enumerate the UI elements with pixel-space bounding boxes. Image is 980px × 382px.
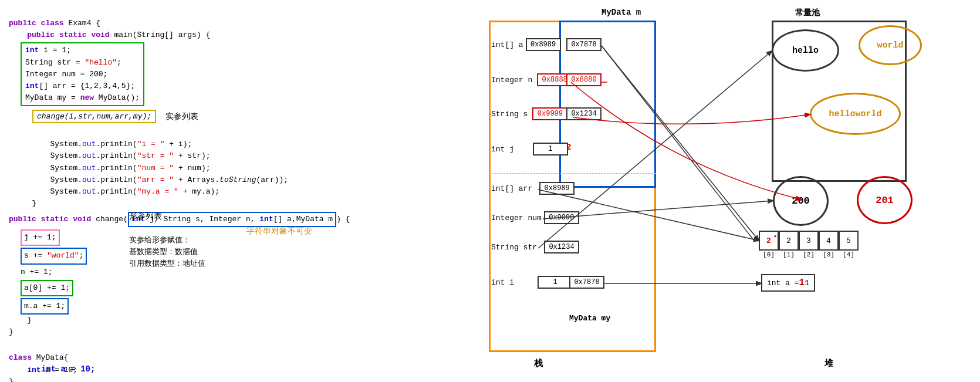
idx-2: [2] xyxy=(799,251,819,258)
array-indices: [0] [1] [2] [3] [4] xyxy=(759,251,859,258)
label-j: int j xyxy=(491,145,514,154)
cell-0: 2 ★ xyxy=(759,231,779,251)
arr-increment-box: a[0] += 1; xyxy=(21,280,73,296)
mydata-class: class MyData{ int a = 10; } xyxy=(9,340,472,382)
ellipse-world: world xyxy=(859,25,922,65)
int-a-box: int a =11 xyxy=(761,274,815,292)
frame-divider xyxy=(489,173,656,174)
heap-label-bottom: 堆 xyxy=(824,358,833,369)
val-j-2: 2 xyxy=(566,143,571,152)
addr-my: 0x7878 xyxy=(569,276,604,289)
cell-3: 4 xyxy=(819,231,839,251)
primitive-rule-label: 基数据类型：数据值 xyxy=(129,246,198,257)
ellipse-201: 201 xyxy=(857,176,913,224)
stack-row-num: Integer num 0x9090 xyxy=(491,211,579,224)
string-immutable-label: 字符串对象不可变 xyxy=(246,226,312,236)
stack-row-str: String str 0x1234 xyxy=(491,241,579,253)
stack-row-arr: int[] arr 0x8989 xyxy=(491,182,575,195)
addr-a-2-box: 0x7878 xyxy=(566,38,601,51)
cell-1: 2 xyxy=(779,231,799,251)
label-s: String s xyxy=(491,110,528,119)
addr-num: 0x9090 xyxy=(544,211,579,224)
idx-0: [0] xyxy=(759,251,779,258)
idx-3: [3] xyxy=(819,251,839,258)
bottom-int-label: int a = 10; xyxy=(41,364,95,374)
ellipse-200: 200 xyxy=(773,176,829,226)
addr-a-2: 0x7878 xyxy=(566,38,601,51)
val-j-1: 1 xyxy=(533,143,568,155)
label-n: Integer n xyxy=(491,76,532,84)
n-increment: n += 1; xyxy=(21,266,53,278)
m-increment-box: m.a += 1; xyxy=(21,298,69,315)
label-i: int i xyxy=(491,278,514,287)
change-close: } } xyxy=(9,315,472,338)
val-j-2-box: 2 xyxy=(566,143,571,152)
method-call-text: change(i,str,num,arr,my); xyxy=(37,112,151,121)
addr-n-2-box: 0x8880 xyxy=(566,73,601,86)
cell-2: 3 xyxy=(799,231,819,251)
stack-label-bottom: 栈 xyxy=(534,358,543,369)
int-a-label: int a =11 xyxy=(767,279,809,288)
addr-my-box: 0x7878 xyxy=(569,276,604,289)
method-call-box: change(i,str,num,arr,my); xyxy=(32,110,156,123)
addr-s-2: 0x1234 xyxy=(566,107,601,120)
stack-row-j: int j 1 xyxy=(491,143,568,155)
init-code: int i = 1; String str = "hello"; Integer… xyxy=(25,45,140,104)
stack-row-s: String s 0x9999 xyxy=(491,107,567,120)
right-panel: MyData m 常量池 int[] a 0x8989 0x7878 Integ… xyxy=(481,0,980,382)
change-sig: public static void change(int j, String … xyxy=(9,215,350,224)
code-block: public class Exam4 { public static void … xyxy=(9,6,472,41)
label-arr: int[] arr xyxy=(491,184,532,193)
label-str: String str xyxy=(491,243,537,252)
j-increment-box: j += 1; xyxy=(21,229,60,246)
ellipse-helloworld: helloworld xyxy=(810,93,901,135)
mydata-m-label: MyData m xyxy=(601,8,641,17)
formal-params-label: 形参列表 xyxy=(129,211,162,222)
label-num: Integer num xyxy=(491,214,542,222)
constant-pool-label: 常量池 xyxy=(795,8,820,18)
left-panel: public class Exam4 { public static void … xyxy=(0,0,481,382)
addr-a-1: 0x8989 xyxy=(526,38,561,51)
array-container: 2 ★ 2 3 4 5 [0] [1] [2] [3] [4] xyxy=(759,231,859,258)
addr-n-2: 0x8880 xyxy=(566,73,601,86)
ellipse-hello: hello xyxy=(772,29,839,72)
stack-row-n: Integer n 0x8888 xyxy=(491,73,572,86)
memory-diagram: MyData m 常量池 int[] a 0x8989 0x7878 Integ… xyxy=(484,3,977,379)
line-main-decl: public static void main(String[] args) { xyxy=(9,31,210,39)
stack-row-a: int[] a 0x8989 xyxy=(491,38,561,51)
idx-1: [1] xyxy=(779,251,799,258)
val-i: 1 xyxy=(538,276,573,289)
label-a: int[] a xyxy=(491,40,523,49)
mydata-my-label: MyData my xyxy=(569,314,610,323)
assign-rule-label: 实参给形参赋值： xyxy=(129,235,190,245)
init-code-box: int i = 1; String str = "hello"; Integer… xyxy=(21,42,144,106)
actual-params-label: 实参列表 xyxy=(165,111,198,122)
idx-4: [4] xyxy=(839,251,859,258)
line-class-decl: public class Exam4 { xyxy=(9,19,100,28)
addr-s-1: 0x9999 xyxy=(532,107,567,120)
println-lines: System.out.println("i = " + i); System.o… xyxy=(13,127,472,209)
s-concat-box: s += "world"; xyxy=(21,248,87,264)
reference-rule-label: 引用数据类型：地址值 xyxy=(129,258,205,269)
addr-s-2-box: 0x1234 xyxy=(566,107,601,120)
addr-str: 0x1234 xyxy=(544,241,579,253)
array-cells: 2 ★ 2 3 4 5 xyxy=(759,231,859,251)
addr-arr: 0x8989 xyxy=(539,182,575,195)
cell-4: 5 xyxy=(839,231,859,251)
stack-row-i: int i 1 xyxy=(491,276,573,289)
